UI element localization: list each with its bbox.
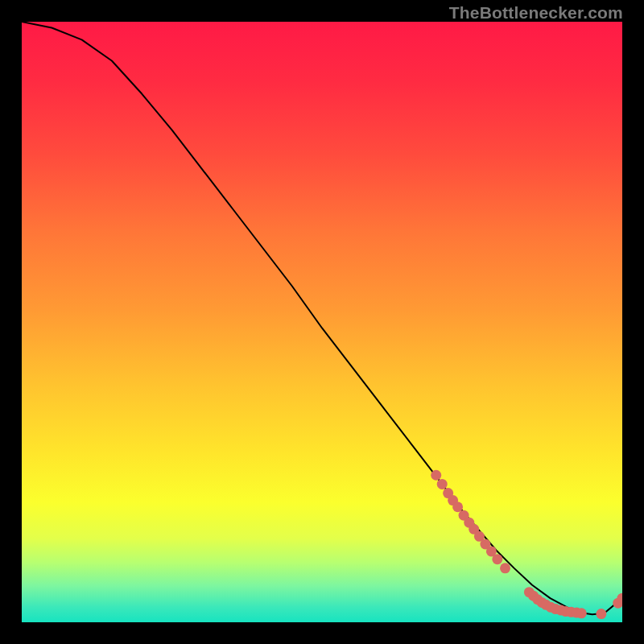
watermark-text: TheBottlenecker.com <box>449 3 623 23</box>
markers-group <box>431 470 622 619</box>
curve-line <box>22 22 622 614</box>
chart-stage: TheBottlenecker.com <box>0 0 644 644</box>
data-marker <box>452 502 463 512</box>
data-marker <box>500 563 510 573</box>
plot-area <box>22 22 622 622</box>
data-marker <box>576 608 587 618</box>
chart-overlay <box>22 22 622 622</box>
data-marker <box>437 479 448 489</box>
data-marker <box>431 470 441 481</box>
data-marker <box>596 609 606 619</box>
data-marker <box>492 554 502 564</box>
